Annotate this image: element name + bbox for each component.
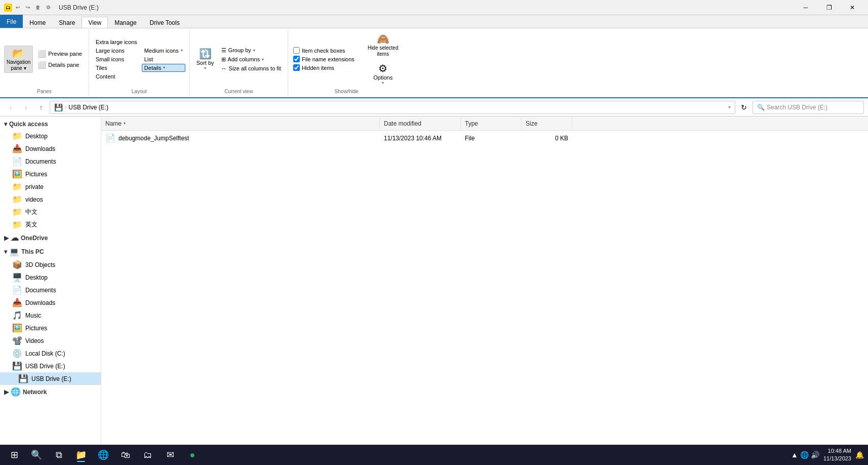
details-button[interactable]: Details ▾: [142, 64, 185, 72]
content-button[interactable]: Content: [93, 72, 140, 81]
sidebar-item-3d-objects[interactable]: 📦 3D Objects: [0, 258, 101, 271]
sidebar-item-local-disk[interactable]: 💿 Local Disk (C:): [0, 347, 101, 360]
col-header-date[interactable]: Date modified: [380, 118, 461, 129]
sidebar-item-pictures-pc[interactable]: 🖼️ Pictures: [0, 322, 101, 334]
quick-access-label: Quick access: [9, 121, 48, 128]
tiles-button[interactable]: Tiles: [93, 64, 140, 72]
file-extensions-toggle[interactable]: File name extensions: [292, 55, 363, 63]
list-label: List: [144, 56, 153, 62]
up-button[interactable]: ↑: [34, 101, 48, 114]
preview-pane-button[interactable]: ⬜ Preview pane: [35, 49, 85, 59]
taskbar-task-view[interactable]: ⧉: [49, 447, 69, 463]
english-label: 英文: [25, 220, 37, 229]
taskbar-spotify[interactable]: ●: [182, 447, 203, 463]
sort-by-button[interactable]: 🔃 Sort by ▾: [194, 46, 217, 72]
sidebar-item-usb-selected[interactable]: 💾 USB Drive (E:): [0, 372, 101, 385]
tab-file[interactable]: File: [0, 15, 23, 28]
quick-access-section[interactable]: ▾ Quick access: [0, 119, 101, 130]
large-icons-button[interactable]: Large icons: [93, 47, 140, 55]
sort-by-label: Sort by: [196, 60, 214, 66]
this-pc-section[interactable]: ▾ 💻 This PC: [0, 245, 101, 258]
restore-button[interactable]: ❐: [817, 0, 841, 15]
details-pane-button[interactable]: ⬜ Details pane: [35, 60, 85, 70]
refresh-button[interactable]: ↻: [737, 101, 751, 114]
music-label: Music: [25, 312, 41, 319]
sidebar-item-pictures-qa[interactable]: 🖼️ Pictures 📌: [0, 168, 101, 180]
mail-icon: ✉: [167, 449, 174, 460]
tab-drive-tools[interactable]: Drive Tools: [143, 17, 186, 28]
size-all-button[interactable]: ↔ Size all columns to fit: [219, 64, 284, 72]
forward-button[interactable]: ›: [19, 101, 32, 114]
extra-large-icons-button[interactable]: Extra large icons: [93, 38, 140, 46]
item-checkboxes-toggle[interactable]: Item check boxes: [292, 47, 363, 54]
medium-icons-button[interactable]: Medium icons ▾: [142, 47, 185, 55]
small-icons-button[interactable]: Small icons: [93, 55, 140, 63]
taskbar-explorer2[interactable]: 🗂: [138, 447, 158, 463]
hidden-items-toggle[interactable]: Hidden items: [292, 64, 363, 71]
volume-icon[interactable]: 🔊: [811, 451, 819, 459]
sidebar-item-english[interactable]: 📁 英文: [0, 218, 101, 231]
sidebar-item-documents-qa[interactable]: 📄 Documents 📌: [0, 155, 101, 168]
sidebar-item-desktop-pc[interactable]: 🖥️ Desktop: [0, 271, 101, 284]
sidebar-item-videos-qa[interactable]: 📁 videos: [0, 193, 101, 206]
videos-pc-icon: 📽️: [12, 336, 22, 345]
nav-pane-button[interactable]: 📂 Navigationpane ▾: [4, 46, 33, 73]
taskbar-edge[interactable]: 🌐: [93, 447, 113, 463]
col-header-size[interactable]: Size: [522, 118, 572, 129]
sidebar-item-downloads-pc[interactable]: 📥 Downloads: [0, 296, 101, 309]
3d-objects-icon: 📦: [12, 260, 22, 269]
list-button[interactable]: List: [142, 55, 185, 63]
delete-button[interactable]: 🗑: [33, 3, 43, 12]
pictures-qa-icon: 🖼️: [12, 169, 22, 179]
local-disk-label: Local Disk (C:): [25, 350, 65, 357]
address-dropdown-arrow[interactable]: ▾: [728, 104, 731, 110]
show-hide-label: Show/hide: [292, 87, 401, 94]
details-pane-label: Details pane: [48, 62, 79, 68]
hidden-items-checkbox[interactable]: [293, 64, 300, 71]
search-bar[interactable]: 🔍 Search USB Drive (E:): [753, 101, 864, 114]
undo-button[interactable]: ↩: [13, 3, 22, 12]
layout-content: Extra large icons Large icons Small icon…: [93, 31, 185, 87]
notification-icon[interactable]: 🔔: [855, 451, 864, 459]
back-button[interactable]: ‹: [4, 101, 17, 114]
sidebar-item-usb-pc[interactable]: 💾 USB Drive (E:): [0, 360, 101, 372]
close-button[interactable]: ✕: [841, 0, 864, 15]
network-section[interactable]: ▶ 🌐 Network: [0, 385, 101, 399]
address-bar[interactable]: 💾 › USB Drive (E:) ▾: [50, 101, 735, 114]
tab-share[interactable]: Share: [52, 17, 82, 28]
taskbar-clock[interactable]: 10:48 AM 11/13/2023: [823, 447, 851, 463]
taskbar-mail[interactable]: ✉: [160, 447, 180, 463]
sidebar-item-downloads-qa[interactable]: 📥 Downloads 📌: [0, 142, 101, 155]
sidebar-item-chinese[interactable]: 📁 中文: [0, 206, 101, 218]
sidebar-item-documents-pc[interactable]: 📄 Documents: [0, 284, 101, 296]
search-taskbar-icon: 🔍: [31, 449, 42, 460]
col-header-name[interactable]: Name ▾: [101, 118, 380, 129]
tab-home[interactable]: Home: [23, 17, 52, 28]
taskbar-file-explorer[interactable]: 📁: [71, 447, 91, 463]
redo-button[interactable]: ↪: [23, 3, 32, 12]
item-checkboxes-checkbox[interactable]: [293, 47, 300, 54]
add-columns-button[interactable]: ⊞ Add columns ▾: [219, 55, 284, 64]
taskbar-store[interactable]: 🛍: [115, 447, 136, 463]
sidebar-item-desktop-qa[interactable]: 📁 Desktop 📌: [0, 130, 101, 142]
minimize-button[interactable]: ─: [794, 0, 817, 15]
hide-selected-button[interactable]: 🙈 Hide selecteditems: [365, 31, 401, 59]
file-extensions-checkbox[interactable]: [293, 56, 300, 62]
options-button[interactable]: ⚙ Options ▾: [371, 61, 395, 87]
sidebar-item-private[interactable]: 📁 private: [0, 180, 101, 193]
table-row[interactable]: 📄 debugmode_JumpSelftest 11/13/2023 10:4…: [101, 131, 868, 146]
sidebar-item-music[interactable]: 🎵 Music: [0, 309, 101, 322]
group-by-button[interactable]: ☰ Group by ▾: [219, 46, 284, 55]
tray-up-arrow[interactable]: ▲: [791, 451, 798, 459]
tab-manage[interactable]: Manage: [108, 17, 143, 28]
desktop-qa-icon: 📁: [12, 131, 22, 141]
downloads-pc-icon: 📥: [12, 298, 22, 307]
taskbar-search[interactable]: 🔍: [26, 447, 47, 463]
tab-view[interactable]: View: [82, 17, 108, 28]
sidebar-item-videos-pc[interactable]: 📽️ Videos: [0, 334, 101, 347]
properties-button[interactable]: ⚙: [44, 3, 53, 12]
start-button[interactable]: ⊞: [4, 447, 24, 463]
network-tray-icon[interactable]: 🌐: [800, 451, 809, 459]
col-header-type[interactable]: Type: [461, 118, 522, 129]
onedrive-section[interactable]: ▶ ☁ OneDrive: [0, 231, 101, 245]
